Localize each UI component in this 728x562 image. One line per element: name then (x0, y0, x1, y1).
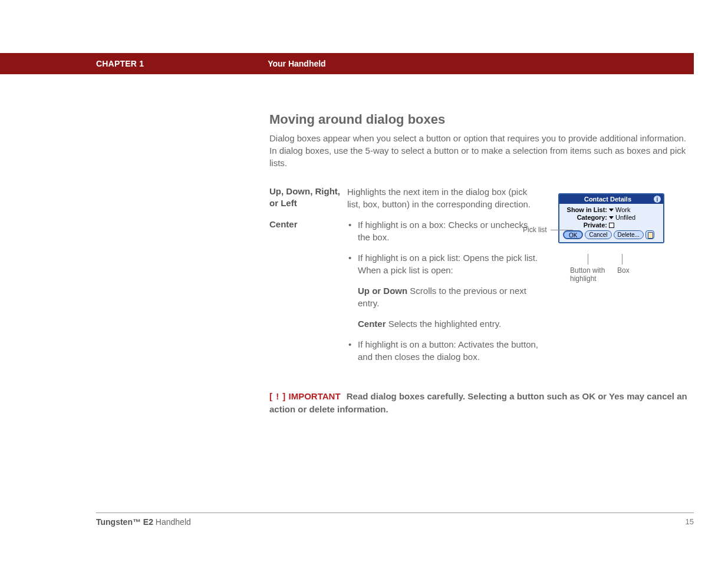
ok-button[interactable]: OK (563, 230, 583, 239)
inline-key: Up or Down (358, 286, 407, 296)
delete-button[interactable]: Delete... (614, 230, 644, 239)
checkbox[interactable] (609, 223, 614, 228)
important-bracket: [ ! ] (269, 391, 286, 401)
chapter-label: CHAPTER 1 (96, 59, 144, 68)
palm-value[interactable]: Unfiled (615, 214, 635, 221)
inline-key: Center (358, 319, 386, 329)
info-icon[interactable]: i (654, 196, 661, 203)
callout-text: Button with (570, 266, 605, 275)
palm-label: Category: (563, 214, 609, 221)
page-title: Moving around dialog boxes (269, 112, 694, 127)
callout-line (551, 230, 573, 230)
palm-label: Private: (563, 222, 609, 229)
header-section: Your Handheld (268, 59, 326, 68)
palm-dialog-figure: Pick list Contact Details i Show in List… (558, 193, 664, 243)
header-bar: CHAPTER 1 Your Handheld (0, 53, 728, 74)
palm-title-text: Contact Details (562, 196, 654, 203)
note-icon[interactable] (645, 230, 654, 239)
palm-label: Show in List: (563, 206, 609, 213)
dropdown-icon[interactable] (609, 216, 614, 219)
product-bold: Tungsten™ E2 (96, 517, 153, 527)
inline-val: Selects the highlighted entry. (386, 319, 502, 329)
row-directional: Up, Down, Right, or Left Highlights the … (269, 186, 541, 210)
row-val: If highlight is on a box: Checks or unch… (347, 219, 541, 371)
row-val: Highlights the next item in the dialog b… (347, 186, 541, 210)
product-rest: Handheld (153, 517, 191, 527)
sub-updown: Up or Down Scrolls to the previous or ne… (347, 285, 541, 309)
palm-body: Show in List: Work Category: Unfiled Pri… (559, 204, 663, 242)
row-center: Center If highlight is on a box: Checks … (269, 219, 541, 371)
palm-dialog: Contact Details i Show in List: Work Cat… (558, 193, 664, 243)
bullet-button: If highlight is on a button: Activates t… (347, 338, 541, 363)
footer: Tungsten™ E2 Handheld 15 (96, 517, 694, 527)
callout-line (588, 254, 588, 265)
header-cap (694, 53, 728, 74)
palm-button-row: OK Cancel Delete... (563, 230, 660, 239)
product-name: Tungsten™ E2 Handheld (96, 517, 191, 527)
figure-column: Pick list Contact Details i Show in List… (541, 186, 694, 379)
bullet-box: If highlight is on a box: Checks or unch… (347, 219, 541, 243)
sub-center: Center Selects the highlighted entry. (347, 318, 541, 330)
palm-row-show: Show in List: Work (563, 206, 660, 213)
dropdown-icon[interactable] (609, 209, 614, 211)
palm-row-category: Category: Unfiled (563, 214, 660, 221)
callout-text: highlight (570, 275, 597, 283)
important-label: IMPORTANT (289, 391, 341, 401)
footer-rule (96, 513, 694, 513)
callout-picklist: Pick list (523, 226, 547, 234)
content-area: Moving around dialog boxes Dialog boxes … (269, 112, 694, 416)
callout-button-highlight: Button with highlight (570, 266, 605, 283)
callout-line (622, 254, 622, 265)
text-column: Up, Down, Right, or Left Highlights the … (269, 186, 541, 379)
bullet-picklist: If highlight is on a pick list: Opens th… (347, 252, 541, 276)
page-number: 15 (686, 517, 694, 527)
palm-title-bar: Contact Details i (559, 194, 663, 204)
cancel-button[interactable]: Cancel (585, 230, 611, 239)
important-block: [ ! ] IMPORTANT Read dialog boxes carefu… (269, 390, 694, 416)
row-key: Up, Down, Right, or Left (269, 186, 347, 210)
row-key: Center (269, 219, 347, 371)
palm-row-private: Private: (563, 222, 660, 229)
lead-paragraph: Dialog boxes appear when you select a bu… (269, 132, 694, 169)
callout-box: Box (617, 266, 630, 275)
palm-value[interactable]: Work (615, 206, 630, 213)
